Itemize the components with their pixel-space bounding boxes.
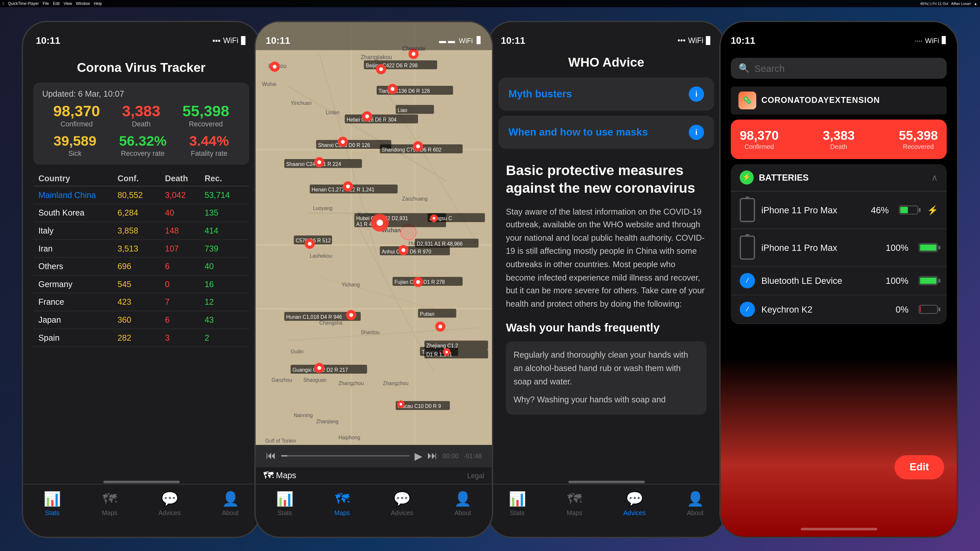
death-value: 3 [165, 332, 205, 342]
tab-maps[interactable]: 🗺 Maps [334, 491, 350, 516]
country-name: Japan [38, 315, 117, 324]
widget-icon: 🦠 [738, 91, 757, 109]
phone1-main-content: Corona Virus Tracker Updated: 6 Mar, 10:… [23, 50, 259, 352]
conf-value: 423 [118, 297, 165, 306]
tab-advices[interactable]: 💬 Advices [391, 491, 413, 516]
recovery-rate-stat: 56.32% Recovery rate [119, 133, 167, 157]
widget-recovered-number: 55,398 [899, 128, 938, 143]
table-row[interactable]: Spain 282 3 2 [33, 329, 249, 347]
svg-text:Haiphong: Haiphong [339, 434, 360, 440]
app-name[interactable]: QuickTime Player [8, 1, 38, 6]
about-icon: 👤 [687, 491, 704, 507]
death-stat: 3,383 Death [122, 102, 161, 127]
phone4-time: 10:11 [731, 35, 755, 46]
menu-view[interactable]: View [64, 1, 72, 6]
menu-help[interactable]: Help [94, 1, 102, 6]
masks-info-icon[interactable]: i [689, 124, 704, 140]
play-icon[interactable]: ▶ [415, 450, 422, 462]
phone2-status-icons: ▬ ▬ WiFi ▊ [439, 36, 482, 44]
stats-tab-label: Stats [277, 509, 292, 516]
edit-button[interactable]: Edit [894, 455, 944, 479]
batteries-label: BATTERIES [759, 172, 809, 182]
country-name: South Korea [38, 208, 117, 217]
map-container: Zhangjiakou Chengde Baotou Wuhai Yinchua… [255, 22, 492, 537]
audio-controls[interactable]: ⏮ ▶ ⏭ 00:00 -01:48 [255, 445, 492, 467]
tab-stats[interactable]: 📊 Stats [509, 491, 526, 516]
stats-container: Updated: 6 Mar, 10:07 98,370 Confirmed 3… [33, 82, 249, 165]
maps-logo-icon: 🗺 [263, 470, 274, 481]
rec-value: 43 [205, 315, 244, 324]
menu-file[interactable]: File [43, 1, 49, 6]
tab-about[interactable]: 👤 About [222, 491, 239, 516]
svg-text:Baotou: Baotou [268, 62, 286, 69]
batteries-widget: ⚡ BATTERIES ∧ iPhone 11 Pro Max 46% ⚡ [731, 164, 947, 324]
phone4-battery-icon: ▊ [942, 36, 947, 44]
death-value: 107 [165, 243, 205, 253]
svg-text:D2,931 A1 R 48,966: D2,931 A1 R 48,966 [417, 241, 463, 246]
fast-forward-icon[interactable]: ⏭ [427, 450, 438, 462]
confirmed-label: Confirmed [53, 120, 100, 127]
svg-text:Guilin: Guilin [291, 348, 304, 354]
conf-value: 360 [118, 315, 165, 324]
table-row[interactable]: France 423 7 12 [33, 293, 249, 311]
tab-advices-label: Advices [158, 509, 181, 516]
wash-hands-title: Wash your hands frequently [506, 321, 706, 335]
red-bg-decoration [721, 358, 957, 536]
search-bar[interactable]: 🔍 Search [731, 57, 947, 78]
table-row[interactable]: Others 696 6 40 [33, 257, 249, 275]
widget-confirmed-number: 98,370 [740, 128, 778, 143]
phone2-battery: ▊ [477, 36, 482, 44]
phones-container: 10:11 ▪▪▪ WiFi ▊ Corona Virus Tracker Up… [0, 0, 980, 551]
progress-bar[interactable] [281, 455, 409, 457]
chevron-icon[interactable]: ∧ [931, 172, 938, 182]
table-row[interactable]: Iran 3,513 107 739 [33, 240, 249, 258]
menu-edit[interactable]: Edit [53, 1, 60, 6]
svg-text:Hubei C67,592 D2,931: Hubei C67,592 D2,931 [356, 215, 408, 221]
svg-text:Changsha: Changsha [319, 320, 342, 325]
tab-advices[interactable]: 💬 Advices [158, 491, 181, 516]
maps-icon: 🗺 [103, 491, 117, 507]
tab-about-label: About [222, 509, 239, 516]
svg-text:Hebei C318 D6 R 304: Hebei C318 D6 R 304 [347, 117, 396, 122]
tab-advices[interactable]: 💬 Advices [623, 491, 646, 516]
svg-text:Linfen: Linfen [326, 110, 340, 115]
tab-stats[interactable]: 📊 Stats [276, 491, 293, 516]
widget-recovered: 55,398 Recovered [899, 128, 938, 149]
map-svg: Zhangjiakou Chengde Baotou Wuhai Yinchua… [255, 22, 493, 455]
who-body-text: Stay aware of the latest information on … [506, 205, 706, 311]
svg-text:Liao: Liao [398, 107, 407, 113]
tab-maps[interactable]: 🗺 Maps [102, 491, 118, 516]
conf-value: 282 [118, 332, 165, 342]
battery-pct-2: 100% [886, 242, 908, 252]
sick-label: Sick [54, 149, 96, 157]
svg-text:C576 D6 R 512: C576 D6 R 512 [296, 237, 331, 243]
legal-link[interactable]: Legal [467, 471, 484, 479]
table-row[interactable]: Germany 545 0 16 [33, 275, 249, 293]
svg-text:Wuhan: Wuhan [382, 227, 401, 233]
phone4-status-icons: ···· WiFi ▊ [915, 36, 947, 44]
tab-about[interactable]: 👤 About [687, 491, 704, 516]
rewind-icon[interactable]: ⏮ [266, 450, 276, 462]
iphone-device-icon-2 [740, 235, 755, 259]
rec-value: 135 [205, 208, 244, 217]
tab-stats[interactable]: 📊 Stats [43, 491, 61, 516]
search-placeholder[interactable]: Search [754, 63, 785, 73]
table-row[interactable]: Mainland China 80,552 3,042 53,714 [33, 186, 249, 204]
tab-maps-label: Maps [567, 509, 582, 516]
tab-maps[interactable]: 🗺 Maps [567, 491, 582, 516]
rec-value: 12 [205, 297, 244, 306]
svg-text:Shantou: Shantou [361, 329, 380, 335]
death-value: 7 [165, 297, 205, 306]
updated-text: Updated: 6 Mar, 10:07 [42, 89, 240, 98]
table-row[interactable]: Italy 3,858 148 414 [33, 222, 249, 240]
masks-card[interactable]: When and how to use masks i [498, 115, 714, 148]
tab-about[interactable]: 👤 About [454, 491, 471, 516]
myth-busters-card[interactable]: Myth busters i [498, 77, 714, 110]
table-row[interactable]: South Korea 6,284 40 135 [33, 204, 249, 222]
myth-busters-info-icon[interactable]: i [689, 86, 704, 102]
menu-window[interactable]: Window [76, 1, 90, 6]
country-name[interactable]: Mainland China [38, 190, 117, 200]
widget-header: 🦠 CORONATODAYEXTENSION [731, 86, 947, 114]
svg-text:Anhui C990 D6 R 970: Anhui C990 D6 R 970 [382, 249, 431, 254]
table-row[interactable]: Japan 360 6 43 [33, 311, 249, 329]
